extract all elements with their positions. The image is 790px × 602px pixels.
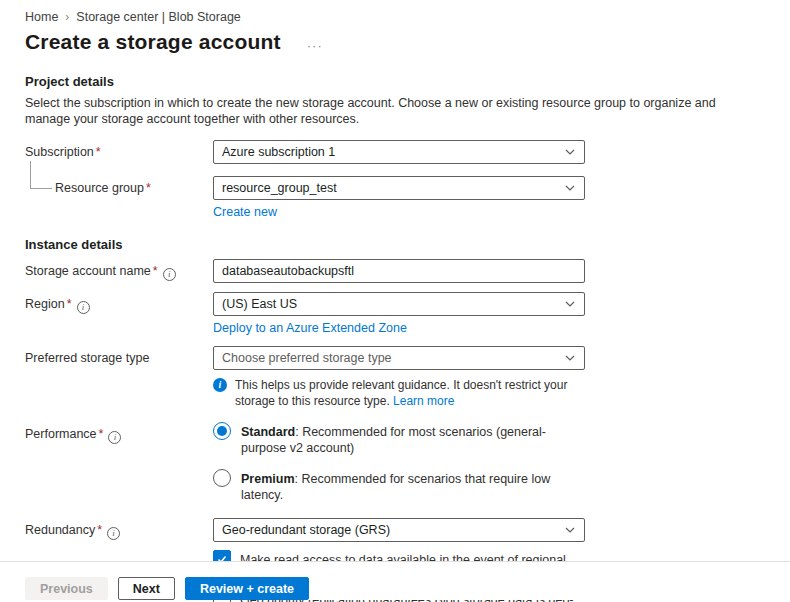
chevron-down-icon bbox=[564, 352, 576, 364]
project-details-description: Select the subscription in which to crea… bbox=[25, 96, 761, 127]
resource-group-label: Resource group* bbox=[25, 176, 213, 195]
redundancy-value: Geo-redundant storage (GRS) bbox=[222, 523, 390, 537]
performance-premium-name: Premium bbox=[241, 472, 295, 486]
resource-group-row: Resource group* resource_group_test Crea… bbox=[25, 176, 765, 219]
review-create-button[interactable]: Review + create bbox=[185, 577, 309, 600]
preferred-storage-type-placeholder: Choose preferred storage type bbox=[222, 351, 392, 365]
resource-group-dropdown[interactable]: resource_group_test bbox=[213, 176, 585, 200]
storage-account-name-input[interactable] bbox=[213, 259, 585, 283]
region-label: Region*i bbox=[25, 292, 213, 314]
required-marker: * bbox=[97, 523, 102, 537]
chevron-down-icon bbox=[564, 182, 576, 194]
performance-standard-name: Standard bbox=[241, 425, 295, 439]
info-icon[interactable]: i bbox=[108, 431, 121, 444]
hierarchy-connector-line bbox=[30, 161, 52, 189]
performance-row: Performance*i Standard: Recommended for … bbox=[25, 422, 765, 503]
subscription-label: Subscription* bbox=[25, 140, 213, 159]
preferred-storage-type-row: Preferred storage type Choose preferred … bbox=[25, 346, 765, 409]
storage-account-name-row: Storage account name*i bbox=[25, 259, 765, 283]
region-label-text: Region bbox=[25, 297, 65, 311]
instance-details-heading: Instance details bbox=[25, 237, 765, 252]
breadcrumb-home-link[interactable]: Home bbox=[25, 10, 58, 24]
region-dropdown[interactable]: (US) East US bbox=[213, 292, 585, 316]
chevron-down-icon bbox=[564, 146, 576, 158]
breadcrumb-storage-center-link[interactable]: Storage center | Blob Storage bbox=[76, 10, 240, 24]
performance-label-text: Performance bbox=[25, 427, 97, 441]
required-marker: * bbox=[146, 181, 151, 195]
breadcrumb-separator-icon: › bbox=[65, 10, 69, 24]
subscription-dropdown[interactable]: Azure subscription 1 bbox=[213, 140, 585, 164]
title-row: Create a storage account ··· bbox=[25, 30, 765, 54]
preferred-storage-type-dropdown[interactable]: Choose preferred storage type bbox=[213, 346, 585, 370]
storage-account-name-label: Storage account name*i bbox=[25, 259, 213, 281]
subscription-label-text: Subscription bbox=[25, 145, 94, 159]
chevron-down-icon bbox=[564, 524, 576, 536]
storage-account-name-label-text: Storage account name bbox=[25, 264, 151, 278]
required-marker: * bbox=[67, 297, 72, 311]
chevron-down-icon bbox=[564, 298, 576, 310]
radio-checked-icon bbox=[213, 422, 231, 440]
info-icon[interactable]: i bbox=[163, 268, 176, 281]
preferred-storage-type-label-text: Preferred storage type bbox=[25, 351, 149, 365]
learn-more-link[interactable]: Learn more bbox=[393, 394, 454, 408]
info-filled-icon: i bbox=[213, 378, 227, 392]
create-new-resource-group-link[interactable]: Create new bbox=[213, 205, 277, 219]
info-icon[interactable]: i bbox=[107, 527, 120, 540]
previous-button[interactable]: Previous bbox=[25, 577, 108, 600]
region-value: (US) East US bbox=[222, 297, 297, 311]
performance-premium-text: Premium: Recommended for scenarios that … bbox=[241, 469, 585, 503]
preferred-storage-type-label: Preferred storage type bbox=[25, 346, 213, 365]
performance-label: Performance*i bbox=[25, 422, 213, 444]
info-icon[interactable]: i bbox=[77, 301, 90, 314]
resource-group-label-text: Resource group bbox=[55, 181, 144, 195]
performance-standard-text: Standard: Recommended for most scenarios… bbox=[241, 422, 585, 456]
performance-standard-radio[interactable]: Standard: Recommended for most scenarios… bbox=[213, 422, 585, 456]
resource-group-value: resource_group_test bbox=[222, 181, 337, 195]
subscription-row: Subscription* Azure subscription 1 bbox=[25, 140, 765, 164]
more-options-icon[interactable]: ··· bbox=[307, 33, 323, 52]
region-row: Region*i (US) East US Deploy to an Azure… bbox=[25, 292, 765, 335]
deploy-extended-zone-link[interactable]: Deploy to an Azure Extended Zone bbox=[213, 321, 407, 335]
redundancy-label-text: Redundancy bbox=[25, 523, 95, 537]
required-marker: * bbox=[153, 264, 158, 278]
redundancy-label: Redundancy*i bbox=[25, 518, 213, 540]
radio-unchecked-icon bbox=[213, 469, 231, 487]
wizard-footer: Previous Next Review + create bbox=[0, 561, 790, 600]
create-storage-account-page: Home › Storage center | Blob Storage Cre… bbox=[0, 0, 790, 602]
info-note-text: This helps us provide relevant guidance.… bbox=[235, 377, 585, 409]
breadcrumb: Home › Storage center | Blob Storage bbox=[25, 10, 765, 24]
required-marker: * bbox=[96, 145, 101, 159]
next-button[interactable]: Next bbox=[118, 577, 175, 600]
required-marker: * bbox=[99, 427, 104, 441]
preferred-storage-type-info-note: i This helps us provide relevant guidanc… bbox=[213, 377, 585, 409]
performance-premium-radio[interactable]: Premium: Recommended for scenarios that … bbox=[213, 469, 585, 503]
project-details-heading: Project details bbox=[25, 74, 765, 89]
page-title: Create a storage account bbox=[25, 30, 281, 54]
subscription-value: Azure subscription 1 bbox=[222, 145, 335, 159]
redundancy-dropdown[interactable]: Geo-redundant storage (GRS) bbox=[213, 518, 585, 542]
